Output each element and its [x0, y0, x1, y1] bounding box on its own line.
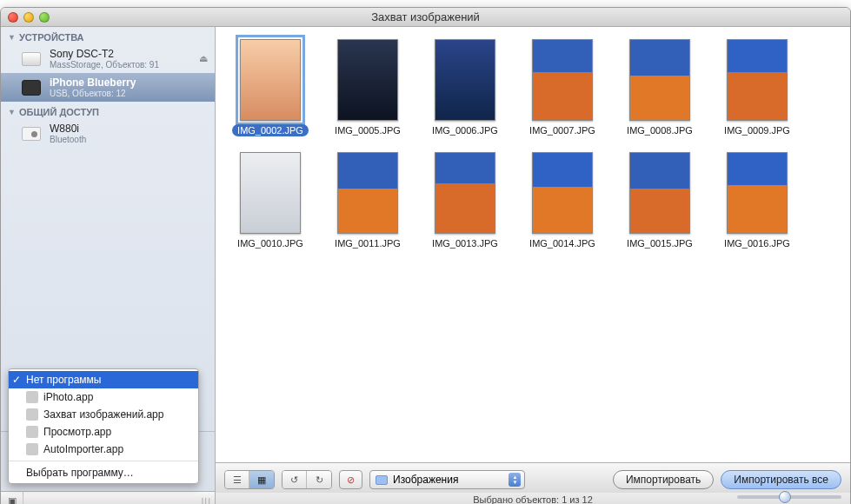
zoom-button[interactable] — [39, 12, 50, 23]
thumbnail-item[interactable]: IMG_0005.JPG — [325, 39, 410, 136]
thumbnail-item[interactable]: IMG_0011.JPG — [325, 152, 410, 249]
view-mode-segmented[interactable]: ☰ ▦ — [224, 470, 275, 489]
popup-item-autoimporter[interactable]: AutoImporter.app — [9, 441, 198, 458]
thumbnail-filename: IMG_0013.JPG — [427, 237, 503, 249]
thumbnail-filename: IMG_0006.JPG — [427, 124, 503, 136]
list-view-button[interactable]: ☰ — [225, 471, 249, 488]
device-sub: USB, Объектов: 12 — [50, 89, 136, 98]
checkmark-icon: ✓ — [12, 374, 21, 386]
device-name: W880i — [50, 123, 86, 135]
thumbnail-grid[interactable]: IMG_0002.JPGIMG_0005.JPGIMG_0006.JPGIMG_… — [216, 27, 850, 462]
app-icon — [26, 408, 38, 421]
main-content: IMG_0002.JPGIMG_0005.JPGIMG_0006.JPGIMG_… — [216, 27, 850, 504]
minimize-button[interactable] — [23, 12, 34, 23]
thumbnail-image — [240, 152, 301, 234]
thumbnail-item[interactable]: IMG_0010.JPG — [228, 152, 313, 249]
thumbnail-item[interactable]: IMG_0015.JPG — [617, 152, 702, 249]
popup-item-label: iPhoto.app — [43, 391, 93, 403]
combo-arrows-icon: ▲▼ — [509, 473, 521, 487]
popup-item-preview[interactable]: Просмотр.app — [9, 423, 198, 441]
rotate-segmented[interactable]: ↺ ↻ — [282, 470, 332, 489]
folder-icon — [376, 475, 388, 485]
thumbnail-image — [727, 39, 788, 121]
popup-item-choose[interactable]: Выбрать программу… — [9, 464, 198, 481]
thumbnail-item[interactable]: IMG_0007.JPG — [520, 39, 605, 136]
device-sub: Bluetooth — [50, 135, 86, 144]
titlebar: Захват изображений — [1, 8, 850, 27]
app-icon — [26, 391, 38, 403]
import-label: Импортировать — [626, 474, 701, 486]
thumbnail-item[interactable]: IMG_0013.JPG — [422, 152, 508, 249]
sidebar-item-sony[interactable]: Sony DSC-T2 MassStorage, Объектов: 91 ⏏ — [1, 44, 215, 73]
disclosure-triangle-icon: ▼ — [8, 33, 16, 42]
popup-item-iphoto[interactable]: iPhoto.app — [9, 388, 198, 406]
thumbnail-image — [337, 152, 398, 234]
thumbnail-image — [240, 39, 301, 121]
popup-item-label: Нет программы — [26, 374, 101, 386]
eject-icon[interactable]: ⏏ — [199, 53, 208, 64]
rotate-ccw-button[interactable]: ↺ — [283, 471, 307, 488]
thumbnail-image — [435, 39, 495, 121]
thumbnail-image — [435, 152, 495, 234]
thumbnail-filename: IMG_0016.JPG — [719, 237, 795, 249]
thumbnail-item[interactable]: IMG_0006.JPG — [422, 39, 508, 136]
thumbnail-item[interactable]: IMG_0008.JPG — [617, 39, 702, 136]
thumbnail-filename: IMG_0005.JPG — [329, 124, 406, 136]
app-icon — [26, 426, 38, 438]
camera-icon — [20, 124, 43, 143]
thumbnail-item[interactable]: IMG_0009.JPG — [715, 39, 800, 136]
bottom-toolbar: ☰ ▦ ↺ ↻ ⊘ Изображения ▲▼ Импортировать — [216, 462, 850, 493]
popup-item-label: Просмотр.app — [43, 426, 111, 438]
slider-track — [737, 495, 841, 499]
rotate-cw-button[interactable]: ↻ — [307, 471, 331, 488]
grid-view-button[interactable]: ▦ — [249, 471, 274, 488]
close-button[interactable] — [8, 12, 18, 23]
import-all-button[interactable]: Импортировать все — [721, 470, 841, 489]
sidebar-item-iphone[interactable]: iPhone Blueberry USB, Объектов: 12 — [1, 73, 215, 102]
menu-separator — [9, 461, 198, 461]
thumbnail-image — [727, 152, 788, 234]
thumbnail-filename: IMG_0002.JPG — [232, 124, 309, 136]
slider-knob[interactable] — [779, 491, 791, 503]
popup-item-imagecapture[interactable]: Захват изображений.app — [9, 406, 198, 423]
traffic-lights — [8, 12, 50, 23]
thumbnail-item[interactable]: IMG_0016.JPG — [715, 152, 800, 249]
status-bar: Выбрано объектов: 1 из 12 — [216, 493, 850, 504]
toggle-sidebar-button[interactable]: ▣ — [1, 492, 23, 504]
destination-combo[interactable]: Изображения ▲▼ — [369, 470, 525, 489]
destination-label: Изображения — [393, 474, 458, 486]
phone-icon — [20, 78, 43, 97]
zoom-slider[interactable] — [737, 495, 841, 499]
popup-item-none[interactable]: ✓ Нет программы — [9, 371, 198, 388]
window: Захват изображений ▼ УСТРОЙСТВА Sony DSC… — [0, 7, 851, 504]
thumbnail-image — [629, 152, 690, 234]
delete-button[interactable]: ⊘ — [339, 470, 362, 489]
thumbnail-image — [532, 39, 593, 121]
thumbnail-image — [629, 39, 690, 121]
import-button[interactable]: Импортировать — [613, 470, 714, 489]
sidebar-section-label: УСТРОЙСТВА — [19, 32, 84, 43]
thumbnail-item[interactable]: IMG_0002.JPG — [228, 39, 313, 136]
thumbnail-item[interactable]: IMG_0014.JPG — [520, 152, 605, 249]
sidebar-item-w880i[interactable]: W880i Bluetooth — [1, 119, 215, 148]
popup-item-label: Захват изображений.app — [43, 408, 163, 421]
thumbnail-filename: IMG_0014.JPG — [524, 237, 601, 249]
device-sub: MassStorage, Объектов: 91 — [50, 60, 159, 70]
thumbnail-image — [532, 152, 593, 234]
app-popup-menu[interactable]: ✓ Нет программы iPhoto.app Захват изобра… — [8, 368, 199, 484]
sidebar-section-shared[interactable]: ▼ ОБЩИЙ ДОСТУП — [1, 102, 215, 119]
thumbnail-filename: IMG_0007.JPG — [524, 124, 601, 136]
device-name: Sony DSC-T2 — [50, 48, 159, 60]
thumbnail-image — [337, 39, 398, 121]
window-title: Захват изображений — [1, 10, 850, 23]
resize-handle[interactable]: ||| — [23, 492, 215, 504]
thumbnail-filename: IMG_0010.JPG — [232, 237, 309, 249]
thumbnail-filename: IMG_0015.JPG — [622, 237, 698, 249]
disclosure-triangle-icon: ▼ — [8, 108, 16, 116]
sidebar-section-devices[interactable]: ▼ УСТРОЙСТВА — [1, 27, 215, 44]
device-name: iPhone Blueberry — [50, 76, 136, 89]
popup-item-label: Выбрать программу… — [26, 467, 134, 479]
app-icon — [26, 443, 38, 455]
selection-count-label: Выбрано объектов: 1 из 12 — [473, 494, 593, 504]
sidebar: ▼ УСТРОЙСТВА Sony DSC-T2 MassStorage, Об… — [1, 27, 216, 504]
